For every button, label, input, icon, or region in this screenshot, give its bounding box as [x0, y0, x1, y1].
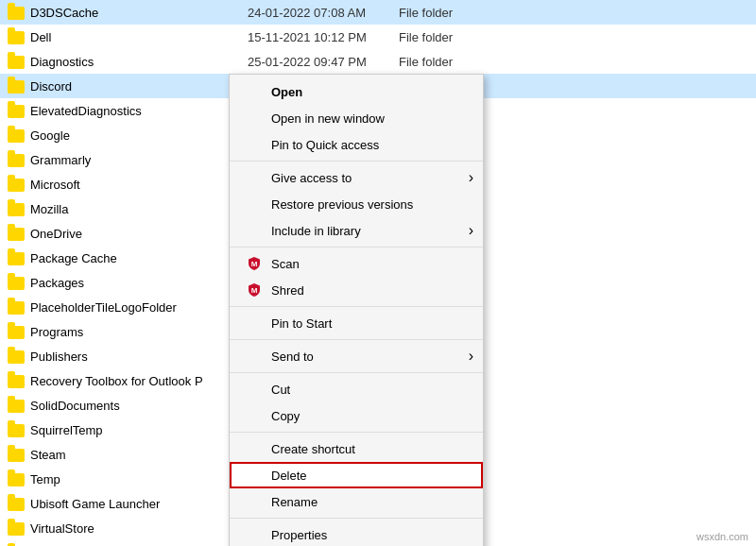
folder-icon	[8, 102, 25, 119]
ctx-label-restore-previous: Restore previous versions	[271, 197, 413, 212]
ctx-item-shred[interactable]: MShred	[230, 277, 483, 303]
folder-icon	[8, 127, 25, 144]
file-row[interactable]: Dell15-11-2021 10:12 PMFile folder	[0, 25, 756, 49]
file-name: Grammarly	[30, 153, 248, 167]
ctx-item-open[interactable]: Open	[230, 78, 483, 105]
folder-icon	[8, 348, 25, 365]
file-type: File folder	[399, 30, 748, 44]
folder-icon	[8, 323, 25, 340]
folder-icon	[8, 372, 25, 389]
file-row[interactable]: Diagnostics25-01-2022 09:47 PMFile folde…	[0, 49, 756, 74]
ctx-item-delete[interactable]: Delete	[230, 462, 483, 488]
ctx-item-create-shortcut[interactable]: Create shortcut	[230, 435, 483, 462]
file-name: SquirrelTemp	[30, 423, 248, 437]
ctx-item-properties[interactable]: Properties	[230, 521, 483, 546]
ctx-label-create-shortcut: Create shortcut	[271, 442, 355, 456]
ctx-label-open: Open	[271, 85, 302, 99]
ctx-item-copy[interactable]: Copy	[230, 402, 483, 429]
ctx-separator	[230, 339, 483, 340]
file-name: VirtualStore	[30, 521, 248, 536]
file-name: Programs	[30, 325, 248, 339]
folder-icon	[8, 4, 25, 21]
ctx-item-include-library[interactable]: Include in library	[230, 217, 483, 244]
file-name: Steam	[30, 448, 248, 462]
folder-icon	[8, 176, 25, 193]
folder-icon	[8, 397, 25, 414]
folder-icon	[8, 28, 25, 45]
ctx-label-shred: Shred	[271, 283, 304, 298]
file-name: Google	[30, 128, 248, 143]
file-name: Diagnostics	[30, 55, 248, 69]
ctx-label-rename: Rename	[271, 495, 318, 509]
ctx-item-give-access[interactable]: Give access to	[230, 164, 483, 191]
file-name: OneDrive	[30, 227, 248, 241]
folder-icon	[8, 225, 25, 242]
ctx-item-send-to[interactable]: Send to	[230, 343, 483, 369]
ctx-label-send-to: Send to	[271, 350, 314, 364]
file-name: Discord	[30, 79, 248, 94]
folder-icon	[8, 421, 25, 438]
ctx-item-open-new-window[interactable]: Open in new window	[230, 105, 483, 131]
ctx-item-pin-start[interactable]: Pin to Start	[230, 310, 483, 336]
ctx-separator	[230, 306, 483, 307]
ctx-separator	[230, 161, 483, 162]
file-name: D3DSCache	[30, 6, 248, 20]
ctx-item-restore-previous[interactable]: Restore previous versions	[230, 191, 483, 217]
file-name: Dell	[30, 30, 248, 44]
folder-icon	[8, 470, 25, 487]
ctx-separator	[230, 518, 483, 519]
file-date: 24-01-2022 07:08 AM	[248, 6, 399, 20]
file-name: Mozilla	[30, 202, 248, 216]
context-menu: OpenOpen in new windowPin to Quick acces…	[229, 74, 484, 546]
ctx-label-cut: Cut	[271, 383, 290, 397]
file-row[interactable]: D3DSCache24-01-2022 07:08 AMFile folder	[0, 0, 756, 25]
ctx-separator	[230, 432, 483, 433]
file-date: 15-11-2021 10:12 PM	[248, 30, 399, 44]
file-type: File folder	[399, 55, 748, 69]
file-type: File folder	[399, 6, 748, 20]
file-name: Microsoft	[30, 178, 248, 192]
file-name: Package Cache	[30, 251, 248, 265]
ctx-item-rename[interactable]: Rename	[230, 488, 483, 515]
folder-icon	[8, 299, 25, 316]
svg-text:M: M	[251, 286, 258, 295]
ctx-separator	[230, 372, 483, 373]
ctx-label-properties: Properties	[271, 528, 327, 542]
ctx-label-include-library: Include in library	[271, 224, 361, 238]
folder-icon	[8, 274, 25, 291]
ctx-item-scan[interactable]: MScan	[230, 250, 483, 277]
file-name: Temp	[30, 472, 248, 486]
ctx-label-delete: Delete	[271, 469, 307, 483]
ctx-item-cut[interactable]: Cut	[230, 376, 483, 402]
ctx-icon-scan: M	[245, 256, 264, 271]
folder-icon	[8, 495, 25, 512]
ctx-label-pin-start: Pin to Start	[271, 316, 332, 331]
ctx-item-pin-quick-access[interactable]: Pin to Quick access	[230, 131, 483, 158]
ctx-label-open-new-window: Open in new window	[271, 111, 385, 126]
watermark: wsxdn.com	[696, 531, 748, 542]
file-date: 25-01-2022 09:47 PM	[248, 55, 399, 69]
folder-icon	[8, 77, 25, 94]
file-name: Ubisoft Game Launcher	[30, 497, 248, 511]
file-name: ElevatedDiagnostics	[30, 104, 248, 118]
folder-icon	[8, 249, 25, 266]
folder-icon	[8, 151, 25, 168]
file-name: Recovery Toolbox for Outlook P	[30, 374, 248, 388]
ctx-separator	[230, 247, 483, 247]
ctx-label-pin-quick-access: Pin to Quick access	[271, 138, 379, 152]
file-name: SolidDocuments	[30, 399, 248, 413]
file-name: Packages	[30, 276, 248, 290]
ctx-label-copy: Copy	[271, 409, 300, 423]
folder-icon	[8, 200, 25, 217]
folder-icon	[8, 520, 25, 537]
file-name: PlaceholderTileLogoFolder	[30, 300, 248, 315]
folder-icon	[8, 53, 25, 70]
file-name: Publishers	[30, 350, 248, 364]
ctx-label-give-access: Give access to	[271, 171, 352, 185]
ctx-label-scan: Scan	[271, 257, 300, 271]
folder-icon	[8, 446, 25, 463]
svg-text:M: M	[251, 260, 258, 268]
ctx-icon-shred: M	[245, 282, 264, 298]
